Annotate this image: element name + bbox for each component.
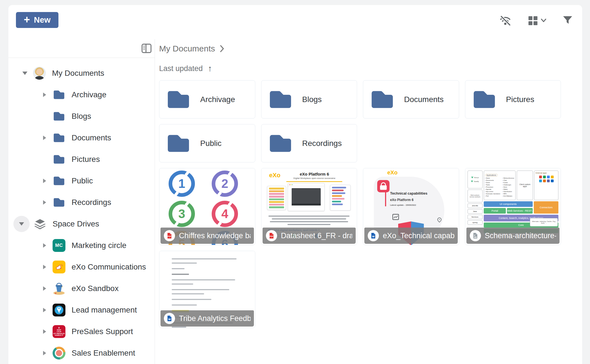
folder-card-pictures[interactable]: Pictures <box>465 80 561 119</box>
sidebar-item-lead-management[interactable]: Lead management <box>8 299 155 321</box>
sidebar-section-space-drives[interactable]: Space Drives <box>8 213 155 235</box>
word-file-icon: w <box>164 313 175 324</box>
chevron-right-icon[interactable] <box>40 351 49 355</box>
sand-bucket-space-icon <box>53 282 65 295</box>
breadcrumb-my-documents[interactable]: My Documents <box>159 44 215 53</box>
folder-card-recordings[interactable]: Recordings <box>261 124 357 162</box>
folder-icon <box>53 174 65 187</box>
sidebar-item-blogs[interactable]: Blogs <box>8 105 155 127</box>
folder-card-grid: Archivage Blogs Documents Pictures Publi… <box>159 80 561 162</box>
chevron-right-icon[interactable] <box>40 329 49 334</box>
folder-card-documents[interactable]: Documents <box>363 80 459 119</box>
sidebar-item-public[interactable]: Public <box>8 170 155 192</box>
folder-icon <box>53 153 65 166</box>
user-avatar <box>33 67 46 80</box>
sidebar-item-documents[interactable]: Documents <box>8 127 155 148</box>
top-toolbar: + New <box>8 5 582 39</box>
image-file-icon <box>470 230 481 241</box>
file-label-bar: w Tribe Analytics Feedba... <box>161 310 254 327</box>
file-label-bar: Schema-architecture-a... <box>466 228 560 244</box>
pdf-file-icon: PDF <box>266 230 277 241</box>
toolbar-actions <box>499 14 573 27</box>
offline-wifi-off-icon[interactable] <box>499 14 512 27</box>
file-card-schema[interactable]: Vue.js Vuetify Web sockets service worke… <box>465 168 561 245</box>
breadcrumb: My Documents <box>159 39 582 58</box>
documents-app-window: + New <box>8 5 582 364</box>
sidebar-item-presales-support[interactable]: ♛KEEPCALMLET PRESALESHANDLE IT Sales Ena… <box>8 321 155 342</box>
file-card-technical[interactable]: eXo Technical capabilities eXo Platform … <box>363 168 459 245</box>
chevron-right-icon[interactable] <box>40 93 49 97</box>
sidebar-item-my-documents[interactable]: My Documents <box>8 62 155 84</box>
keep-calm-space-icon: ♛KEEPCALMLET PRESALESHANDLE IT <box>53 325 65 338</box>
folder-card-archivage[interactable]: Archivage <box>159 80 255 119</box>
folder-icon <box>53 88 65 101</box>
chevron-right-icon <box>220 45 225 52</box>
chevron-right-icon[interactable] <box>40 200 49 205</box>
chevron-down-icon[interactable] <box>21 72 29 75</box>
chevron-right-icon[interactable] <box>40 179 49 183</box>
sidebar-item-marketing-circle[interactable]: MC Marketing circle <box>8 235 155 256</box>
sidebar-item-pictures[interactable]: Pictures <box>8 148 155 170</box>
pdf-file-icon: PDF <box>164 230 175 241</box>
file-label-bar: PDF Chiffres knowledge ba... <box>161 228 254 244</box>
view-mode-grid-button[interactable] <box>527 15 546 26</box>
sidebar-item-sales-enablement[interactable]: Sales Enablement <box>8 342 155 364</box>
sort-label: Last updated <box>159 64 203 73</box>
chevron-right-icon[interactable] <box>40 136 49 140</box>
new-button[interactable]: + New <box>16 12 58 28</box>
word-file-icon: w <box>368 230 379 241</box>
chevron-right-icon[interactable] <box>40 308 49 312</box>
chevron-down-icon[interactable] <box>13 216 30 232</box>
sidebar-item-exo-sandbox[interactable]: eXo Sandbox <box>8 278 155 299</box>
svg-text:w: w <box>168 317 171 321</box>
marketing-circle-space-icon: MC <box>53 239 65 252</box>
folder-card-public[interactable]: Public <box>159 124 255 162</box>
collapse-sidebar-button[interactable] <box>141 42 152 55</box>
file-card-chiffres[interactable]: 1 2 3 4 5 6 PDF <box>159 168 255 245</box>
svg-text:PDF: PDF <box>270 235 273 237</box>
filter-funnel-icon <box>562 15 573 26</box>
file-card-datasheet[interactable]: eXo eXo Platform 6 Digital Workplace ope… <box>261 168 357 245</box>
sidebar-header <box>8 39 155 58</box>
folder-card-blogs[interactable]: Blogs <box>261 80 357 119</box>
svg-text:PDF: PDF <box>168 235 171 237</box>
folder-icon <box>369 89 395 110</box>
svg-text:w: w <box>372 235 375 238</box>
folder-icon <box>53 110 65 123</box>
lead-funnel-space-icon <box>53 304 65 316</box>
crown-icon: ♛ <box>58 327 60 329</box>
chevron-right-icon[interactable] <box>40 286 49 291</box>
folder-icon <box>53 196 65 209</box>
documents-main-pane: My Documents Last updated ↑ Archivage Bl… <box>155 39 582 364</box>
folder-icon <box>166 133 191 153</box>
file-label-bar: w eXo_Technical capabili... <box>364 228 458 244</box>
chevron-right-icon[interactable] <box>40 265 49 269</box>
chevron-down-icon <box>541 18 546 23</box>
filter-button[interactable] <box>562 15 573 26</box>
folder-icon <box>166 89 191 110</box>
grid-view-icon <box>527 15 539 26</box>
sales-ring-space-icon <box>53 347 65 360</box>
chevron-right-icon[interactable] <box>40 243 49 248</box>
megaphone-space-icon <box>53 261 65 273</box>
lock-icon <box>377 180 390 192</box>
sidebar-item-recordings[interactable]: Recordings <box>8 192 155 213</box>
drives-sidebar: My Documents Archivage Blogs <box>8 39 155 364</box>
panel-toggle-icon <box>141 43 152 54</box>
folder-icon <box>268 89 293 110</box>
sidebar-item-label: My Documents <box>52 69 104 78</box>
folder-icon <box>268 133 293 153</box>
folder-icon <box>471 89 497 110</box>
chart-icon <box>392 214 399 221</box>
file-card-tribe[interactable]: w Tribe Analytics Feedba... <box>159 251 255 328</box>
layers-icon <box>34 218 46 230</box>
folder-icon <box>53 131 65 144</box>
drive-tree: My Documents Archivage Blogs <box>8 58 155 364</box>
sidebar-item-exo-communications[interactable]: eXo Communications <box>8 256 155 278</box>
new-button-label: New <box>34 15 51 25</box>
file-card-grid: 1 2 3 4 5 6 PDF <box>159 168 561 328</box>
sidebar-item-archivage[interactable]: Archivage <box>8 84 155 105</box>
sort-control[interactable]: Last updated ↑ <box>159 63 582 74</box>
file-label-bar: PDF Datasheet 6_FR - draft... <box>263 228 356 244</box>
arrow-up-icon[interactable]: ↑ <box>208 64 212 73</box>
